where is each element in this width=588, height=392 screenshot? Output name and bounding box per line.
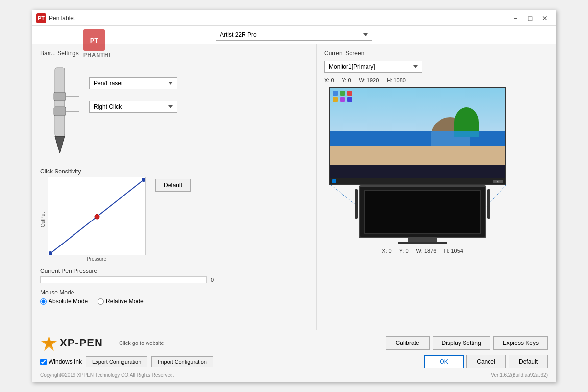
export-config-button[interactable]: Export Configuration — [86, 356, 147, 367]
graph-container: Pressure — [48, 177, 146, 262]
tablet-h-label: H: 1054 — [444, 248, 463, 254]
ok-cancel-default-buttons: OK Cancel Default — [424, 355, 548, 368]
default-button[interactable]: Default — [509, 355, 548, 368]
sensitivity-title: Click Sensitivity — [40, 168, 308, 175]
device-dropdown[interactable]: Artist 22R Pro — [216, 29, 372, 41]
logo-link-text[interactable]: Click go to website — [119, 340, 164, 346]
windows-ink-checkbox[interactable] — [40, 359, 47, 365]
screen-h-value: 1080 — [393, 77, 405, 83]
mouse-mode-section: Mouse Mode Absolute Mode Relative Mode — [40, 289, 308, 305]
pen-section: Pen/Eraser Eraser Middle Click Right Cli… — [40, 63, 308, 162]
logo-divider — [111, 336, 111, 350]
relative-mode-option[interactable]: Relative Mode — [98, 298, 144, 305]
screen-x-value: 0 — [331, 77, 334, 83]
monitor-dropdown[interactable]: Monitor1[Primary] Monitor2 — [324, 61, 422, 73]
express-keys-button[interactable]: Express Keys — [493, 336, 548, 350]
bottom-action-buttons-top: Calibrate Display Setting Express Keys — [386, 336, 548, 350]
sensitivity-default-button[interactable]: Default — [155, 179, 191, 192]
graph-y-label: OutPut — [40, 180, 46, 259]
pen-eraser-dropdown[interactable]: Pen/Eraser Eraser Middle Click — [89, 77, 177, 89]
button-settings-title: Barr... Settings — [40, 50, 308, 57]
svg-point-12 — [142, 178, 146, 182]
tablet-y-label: Y: 0 — [399, 248, 409, 254]
version-text: Ver:1.6.2(Build:aa92ac32) — [491, 372, 548, 378]
right-click-dropdown[interactable]: Right Click Left Click Middle Click — [89, 101, 177, 113]
tablet-y-value: 0 — [405, 248, 408, 254]
bottom-bottom-row: Windows Ink Export Configuration Import … — [40, 355, 548, 368]
screen-w-value: 1920 — [367, 77, 379, 83]
import-config-button[interactable]: Import Configuration — [151, 356, 213, 367]
xppen-logo-area[interactable]: XP-PEN Click go to website — [40, 334, 164, 352]
svg-marker-5 — [55, 136, 65, 153]
bottom-bar: XP-PEN Click go to website Calibrate Dis… — [32, 330, 556, 382]
xppen-logo: XP-PEN — [40, 334, 103, 352]
sensitivity-graph[interactable] — [48, 177, 146, 255]
current-screen-title: Current Screen — [324, 50, 548, 57]
absolute-mode-radio[interactable] — [40, 298, 47, 305]
screen-w-label: W: 1920 — [359, 77, 379, 83]
app-window: PT PenTablet PT PHANTHI − □ ✕ Artist 22R… — [32, 10, 556, 382]
tablet-w-value: 1876 — [424, 248, 436, 254]
tablet-coords-row: X: 0 Y: 0 W: 1876 H: 1054 — [382, 248, 463, 254]
pressure-bar — [40, 276, 207, 283]
main-content: Barr... Settings — [32, 44, 556, 330]
pen-illustration — [40, 63, 79, 162]
ok-button[interactable]: OK — [424, 355, 464, 368]
bottom-top-row: XP-PEN Click go to website Calibrate Dis… — [40, 334, 548, 352]
screen-y-label: Y: 0 — [342, 77, 351, 83]
screen-y-value: 0 — [348, 77, 351, 83]
close-button[interactable]: ✕ — [538, 13, 552, 24]
minimize-button[interactable]: − — [509, 13, 522, 24]
copyright-text: Copyright©2019 XPPEN Technology CO.All R… — [40, 372, 174, 378]
svg-text:PT: PT — [38, 15, 45, 21]
left-panel: Barr... Settings — [32, 44, 317, 330]
tablet-preview — [359, 185, 486, 244]
absolute-mode-label: Absolute Mode — [49, 298, 88, 305]
maximize-button[interactable]: □ — [523, 13, 537, 24]
sensitivity-section: Click Sensitivity OutPut — [40, 168, 308, 262]
screen-h-label: H: 1080 — [387, 77, 406, 83]
screen-coords-row: X: 0 Y: 0 W: 1920 H: 1080 — [324, 77, 548, 83]
tablet-h-value: 1054 — [451, 248, 463, 254]
copyright-row: Copyright©2019 XPPEN Technology CO.All R… — [40, 372, 548, 378]
svg-rect-3 — [54, 92, 66, 101]
pen-eraser-row: Pen/Eraser Eraser Middle Click — [89, 77, 308, 89]
display-setting-button[interactable]: Display Setting — [433, 336, 490, 350]
graph-wrapper: OutPut — [40, 177, 146, 262]
graph-x-label: Pressure — [87, 256, 106, 262]
app-icon: PT — [36, 13, 46, 23]
window-controls: − □ ✕ — [509, 13, 552, 24]
mouse-mode-title: Mouse Mode — [40, 289, 308, 296]
absolute-mode-option[interactable]: Absolute Mode — [40, 298, 88, 305]
svg-rect-4 — [54, 107, 66, 116]
device-toolbar: Artist 22R Pro — [32, 26, 556, 44]
pen-controls: Pen/Eraser Eraser Middle Click Right Cli… — [89, 63, 308, 113]
screen-tablet-preview: ▣ — [324, 87, 520, 254]
pressure-section: Current Pen Pressure 0 — [40, 268, 308, 283]
windows-ink-checkbox-label[interactable]: Windows Ink — [40, 358, 82, 365]
xppen-logo-icon — [40, 334, 58, 352]
svg-rect-2 — [55, 68, 65, 136]
relative-mode-radio[interactable] — [98, 298, 104, 305]
svg-point-11 — [49, 251, 52, 255]
right-click-row: Right Click Left Click Middle Click — [89, 101, 308, 113]
svg-point-10 — [95, 214, 99, 219]
pressure-value: 0 — [211, 277, 214, 283]
title-bar: PT PenTablet PT PHANTHI − □ ✕ — [32, 10, 556, 26]
mouse-mode-radio-group: Absolute Mode Relative Mode — [40, 298, 308, 305]
pressure-bar-container: 0 — [40, 276, 308, 283]
monitor-dropdown-row: Monitor1[Primary] Monitor2 — [324, 61, 548, 73]
cancel-button[interactable]: Cancel — [466, 355, 506, 368]
screen-preview: ▣ — [329, 87, 506, 185]
calibrate-button[interactable]: Calibrate — [386, 336, 430, 350]
tablet-x-value: 0 — [389, 248, 392, 254]
sensitivity-graph-area: OutPut — [40, 177, 308, 262]
bottom-left-controls: Windows Ink Export Configuration Import … — [40, 356, 213, 367]
right-panel: Current Screen Monitor1[Primary] Monitor… — [317, 44, 556, 330]
tablet-x-label: X: 0 — [382, 248, 392, 254]
pressure-title: Current Pen Pressure — [40, 268, 308, 274]
window-title: PenTablet — [49, 15, 509, 22]
tablet-w-label: W: 1876 — [416, 248, 437, 254]
windows-ink-label: Windows Ink — [49, 358, 82, 365]
screen-x-label: X: 0 — [324, 77, 334, 83]
